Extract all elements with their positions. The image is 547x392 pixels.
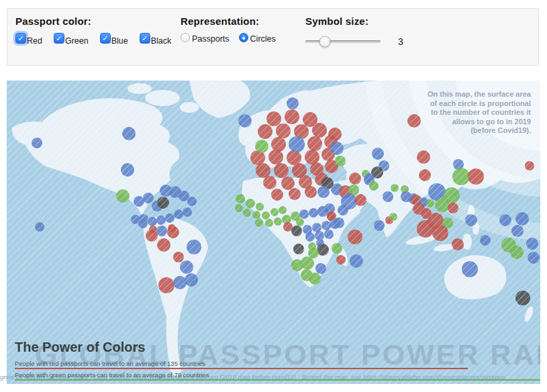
country-circle[interactable]	[452, 168, 470, 185]
country-circle[interactable]	[146, 230, 158, 242]
country-circle[interactable]	[291, 226, 302, 236]
country-circle[interactable]	[258, 124, 272, 139]
country-circle[interactable]	[246, 199, 255, 208]
country-circle[interactable]	[525, 161, 534, 170]
country-circle[interactable]	[383, 191, 393, 202]
checkbox-icon[interactable]: ✓	[100, 33, 111, 44]
country-circle[interactable]	[330, 142, 344, 155]
country-circle[interactable]	[334, 217, 344, 228]
country-circle[interactable]	[270, 208, 279, 216]
country-circle[interactable]	[305, 186, 317, 198]
checkbox-icon[interactable]: ✓	[15, 33, 26, 44]
country-circle[interactable]	[510, 246, 524, 259]
country-circle[interactable]	[256, 203, 264, 211]
country-circle[interactable]	[435, 197, 450, 212]
country-circle[interactable]	[279, 206, 287, 214]
country-circle[interactable]	[369, 181, 379, 191]
country-circle[interactable]	[167, 226, 179, 238]
country-circle[interactable]	[499, 214, 511, 226]
country-circle[interactable]	[293, 244, 304, 254]
country-circle[interactable]	[391, 184, 399, 192]
country-circle[interactable]	[276, 124, 291, 138]
country-circle[interactable]	[309, 208, 318, 217]
radio-icon[interactable]	[181, 33, 190, 42]
radio-circles[interactable]: Circles	[239, 33, 276, 42]
country-circle[interactable]	[465, 214, 477, 226]
country-circle[interactable]	[336, 255, 346, 264]
country-circle[interactable]	[134, 196, 144, 207]
country-circle[interactable]	[296, 218, 304, 226]
country-circle[interactable]	[158, 277, 175, 293]
country-circle[interactable]	[274, 163, 289, 178]
country-circle[interactable]	[349, 173, 361, 185]
country-circle[interactable]	[317, 186, 330, 198]
country-circle[interactable]	[407, 114, 421, 128]
country-circle[interactable]	[287, 97, 299, 109]
country-circle[interactable]	[274, 217, 282, 226]
country-circle[interactable]	[236, 194, 245, 203]
country-circle[interactable]	[157, 197, 169, 209]
country-circle[interactable]	[432, 225, 448, 241]
country-circle[interactable]	[187, 240, 201, 254]
country-circle[interactable]	[271, 137, 286, 152]
country-circle[interactable]	[309, 273, 321, 285]
country-circle[interactable]	[312, 123, 327, 138]
country-circle[interactable]	[515, 291, 530, 305]
country-circle[interactable]	[417, 150, 430, 164]
country-circle[interactable]	[156, 226, 167, 236]
checkbox-icon[interactable]: ✓	[54, 33, 64, 44]
country-circle[interactable]	[452, 238, 464, 250]
country-circle[interactable]	[354, 194, 366, 206]
slider-thumb[interactable]	[319, 36, 331, 48]
country-circle[interactable]	[305, 150, 319, 164]
country-circle[interactable]	[157, 238, 170, 252]
country-circle[interactable]	[417, 220, 434, 238]
country-circle[interactable]	[183, 207, 192, 217]
country-circle[interactable]	[511, 225, 524, 237]
country-circle[interactable]	[156, 215, 166, 225]
country-circle[interactable]	[350, 254, 363, 268]
country-circle[interactable]	[138, 219, 148, 228]
checkbox-icon[interactable]: ✓	[140, 33, 150, 44]
country-circle[interactable]	[174, 209, 183, 219]
country-circle[interactable]	[243, 209, 251, 217]
country-circle[interactable]	[255, 219, 263, 227]
country-circle[interactable]	[305, 232, 315, 242]
country-circle[interactable]	[332, 243, 342, 254]
country-circle[interactable]	[252, 211, 260, 219]
country-circle[interactable]	[268, 150, 283, 164]
country-circle[interactable]	[262, 211, 270, 219]
country-circle[interactable]	[315, 263, 326, 274]
country-circle[interactable]	[364, 173, 374, 183]
country-circle[interactable]	[312, 223, 321, 232]
radio-passports[interactable]: Passports	[181, 33, 230, 42]
country-circle[interactable]	[285, 109, 299, 124]
country-circle[interactable]	[116, 189, 130, 203]
country-circle[interactable]	[299, 209, 309, 219]
country-circle[interactable]	[185, 273, 198, 287]
country-circle[interactable]	[255, 140, 268, 153]
country-circle[interactable]	[121, 163, 134, 177]
country-circle[interactable]	[266, 111, 281, 126]
country-circle[interactable]	[180, 260, 193, 274]
country-circle[interactable]	[480, 235, 491, 246]
country-circle[interactable]	[317, 206, 328, 217]
country-circle[interactable]	[173, 276, 187, 289]
country-circle[interactable]	[287, 150, 301, 165]
country-circle[interactable]	[148, 217, 157, 226]
country-circle[interactable]	[35, 222, 44, 232]
country-circle[interactable]	[283, 222, 293, 232]
country-circle[interactable]	[265, 219, 273, 227]
country-circle[interactable]	[235, 204, 243, 212]
country-circle[interactable]	[271, 189, 283, 201]
country-circle[interactable]	[238, 114, 252, 128]
country-circle[interactable]	[173, 252, 184, 262]
country-circle[interactable]	[374, 220, 385, 231]
country-circle[interactable]	[448, 203, 458, 213]
country-circle[interactable]	[468, 168, 484, 185]
country-circle[interactable]	[526, 238, 538, 250]
country-circle[interactable]	[143, 193, 154, 203]
country-circle[interactable]	[122, 127, 136, 140]
country-circle[interactable]	[291, 259, 303, 271]
checkbox-blue[interactable]: ✓Blue	[100, 33, 128, 44]
